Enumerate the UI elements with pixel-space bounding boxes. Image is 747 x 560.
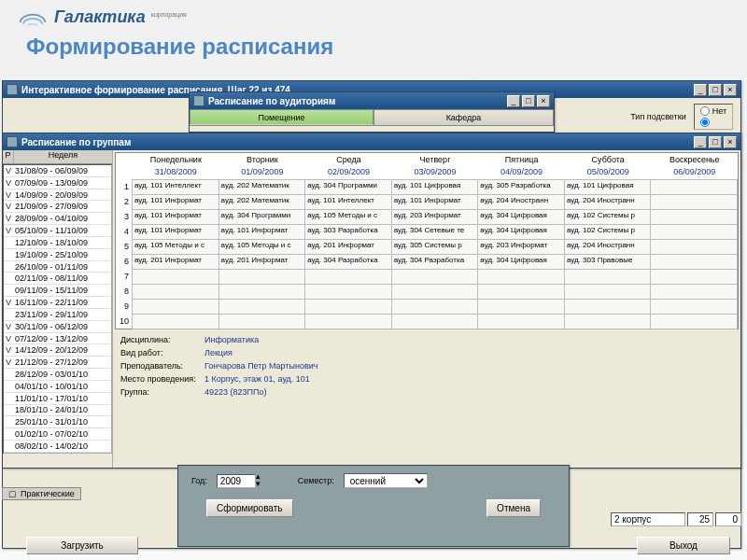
- grid-cell[interactable]: [218, 299, 306, 315]
- maximize-button[interactable]: □: [522, 95, 535, 107]
- grid-cell[interactable]: [304, 314, 392, 329]
- week-row[interactable]: 01/02/10 - 07/02/10: [4, 428, 111, 441]
- grid-cell[interactable]: ауд. 204 Иностранн: [477, 194, 565, 210]
- grid-cell[interactable]: ауд. 304 Сетевые те: [391, 224, 479, 240]
- week-row[interactable]: 11/01/10 - 17/01/10: [4, 393, 111, 405]
- grid-cell[interactable]: [477, 299, 565, 315]
- grid-cell[interactable]: [304, 269, 392, 285]
- grid-cell[interactable]: ауд. 102 Системы р: [564, 224, 652, 240]
- week-row[interactable]: 12/10/09 - 18/10/09: [4, 237, 111, 249]
- week-row[interactable]: V14/09/09 - 20/09/09: [4, 189, 111, 202]
- exit-button[interactable]: Выход: [637, 537, 730, 554]
- grid-cell[interactable]: ауд. 101 Информат: [391, 194, 479, 210]
- cancel-button[interactable]: Отмена: [486, 499, 541, 517]
- grid-cell[interactable]: [650, 239, 738, 255]
- grid-cell[interactable]: [650, 224, 738, 240]
- grid-cell[interactable]: [304, 284, 392, 300]
- grid-cell[interactable]: [218, 284, 306, 300]
- grid-cell[interactable]: ауд. 203 Информат: [391, 209, 479, 225]
- grid-cell[interactable]: [564, 299, 652, 315]
- grid-cell[interactable]: ауд. 101 Информат: [132, 209, 219, 225]
- grid-cell[interactable]: ауд. 101 Информат: [132, 194, 219, 210]
- grid-cell[interactable]: [391, 269, 479, 285]
- grid-cell[interactable]: ауд. 101 Информат: [218, 224, 306, 240]
- num2-field[interactable]: 0: [715, 512, 741, 526]
- grid-cell[interactable]: [391, 299, 479, 315]
- week-row[interactable]: 23/11/09 - 29/11/09: [4, 309, 111, 321]
- tab-room[interactable]: Помещение: [190, 109, 374, 124]
- grid-cell[interactable]: [650, 284, 738, 300]
- grid-cell[interactable]: ауд. 101 Интеллект: [304, 194, 392, 210]
- grid-cell[interactable]: ауд. 201 Информат: [218, 254, 306, 270]
- week-row[interactable]: 25/01/10 - 31/01/10: [4, 416, 111, 428]
- week-row[interactable]: 09/11/09 - 15/11/09: [4, 285, 111, 297]
- minimize-button[interactable]: _: [694, 136, 707, 148]
- week-row[interactable]: V28/09/09 - 04/10/09: [4, 213, 111, 225]
- week-row[interactable]: V14/12/09 - 20/12/09: [4, 344, 111, 357]
- week-row[interactable]: V31/08/09 - 06/09/09: [4, 165, 111, 177]
- grid-cell[interactable]: [650, 254, 738, 270]
- grid-cell[interactable]: ауд. 304 Цифровая: [477, 209, 565, 225]
- grid-cell[interactable]: [391, 314, 479, 329]
- week-row[interactable]: 02/11/09 - 08/11/09: [4, 273, 111, 285]
- building-field[interactable]: 2 корпус: [611, 512, 685, 526]
- maximize-button[interactable]: □: [709, 84, 722, 96]
- grid-cell[interactable]: [650, 194, 738, 210]
- grid-cell[interactable]: ауд. 101 Интеллект: [132, 179, 219, 195]
- grid-cell[interactable]: ауд. 203 Информат: [477, 239, 565, 255]
- num1-field[interactable]: 25: [687, 512, 713, 526]
- grid-cell[interactable]: ауд. 105 Методы и с: [304, 209, 392, 225]
- grid-cell[interactable]: ауд. 101 Информат: [132, 224, 219, 240]
- grid-cell[interactable]: ауд. 304 Цифровая: [477, 224, 565, 240]
- grid-cell[interactable]: ауд. 304 Разработка: [304, 254, 392, 270]
- grid-cell[interactable]: ауд. 304 Программи: [218, 209, 306, 225]
- grid-cell[interactable]: ауд. 304 Цифровая: [477, 254, 565, 270]
- grid-cell[interactable]: [650, 269, 738, 285]
- week-row[interactable]: 08/02/10 - 14/02/10: [4, 441, 111, 453]
- grid-cell[interactable]: ауд. 304 Программи: [304, 179, 392, 195]
- grid-cell[interactable]: [218, 314, 306, 329]
- week-list[interactable]: V31/08/09 - 06/09/09V07/09/09 - 13/09/09…: [3, 164, 112, 454]
- titlebar-groups[interactable]: Расписание по группам _ □ ×: [3, 133, 740, 150]
- week-row[interactable]: 04/01/10 - 10/01/10: [4, 381, 111, 393]
- grid-cell[interactable]: ауд. 305 Системы р: [391, 239, 479, 255]
- grid-cell[interactable]: ауд. 204 Иностранн: [564, 239, 652, 255]
- grid-cell[interactable]: ауд. 102 Системы р: [564, 209, 652, 225]
- week-row[interactable]: 18/01/10 - 24/01/10: [4, 405, 111, 417]
- grid-cell[interactable]: [477, 314, 565, 329]
- grid-cell[interactable]: [477, 284, 565, 300]
- close-button[interactable]: ×: [724, 136, 737, 148]
- grid-cell[interactable]: ауд. 202 Математик: [218, 179, 306, 195]
- grid-cell[interactable]: ауд. 202 Математик: [218, 194, 306, 210]
- week-row[interactable]: 26/10/09 - 01/11/09: [4, 261, 111, 273]
- week-row[interactable]: V05/10/09 - 11/10/09: [4, 225, 111, 237]
- grid-cell[interactable]: [650, 299, 738, 315]
- grid-cell[interactable]: [477, 269, 565, 285]
- grid-cell[interactable]: [650, 314, 738, 329]
- year-input[interactable]: [217, 474, 256, 488]
- minimize-button[interactable]: _: [694, 84, 707, 96]
- grid-cell[interactable]: [650, 179, 738, 195]
- week-row[interactable]: V07/12/09 - 13/12/09: [4, 333, 111, 345]
- maximize-button[interactable]: □: [709, 136, 722, 148]
- radio-no-input[interactable]: [700, 106, 710, 116]
- week-row[interactable]: 28/12/09 - 03/01/10: [4, 369, 111, 381]
- grid-cell[interactable]: ауд. 101 Цифровая: [391, 179, 479, 195]
- week-row[interactable]: V21/12/09 - 27/12/09: [4, 357, 111, 369]
- grid-cell[interactable]: [218, 269, 306, 285]
- grid-cell[interactable]: [304, 299, 392, 315]
- radio-2[interactable]: [700, 118, 726, 127]
- radio-no[interactable]: Нет: [700, 106, 726, 116]
- grid-cell[interactable]: ауд. 204 Иностранн: [564, 194, 652, 210]
- grid-cell[interactable]: [650, 209, 738, 225]
- grid-cell[interactable]: ауд. 304 Разработка: [391, 254, 479, 270]
- grid-cell[interactable]: ауд. 101 Цифровая: [564, 179, 652, 195]
- year-down-icon[interactable]: ▾: [256, 481, 261, 488]
- week-row[interactable]: V07/09/09 - 13/09/09: [4, 177, 111, 189]
- grid-cell[interactable]: ауд. 305 Разработка: [477, 179, 565, 195]
- load-button[interactable]: Загрузить: [26, 537, 138, 554]
- grid-cell[interactable]: [564, 314, 652, 329]
- grid-cell[interactable]: ауд. 303 Разработка: [304, 224, 392, 240]
- grid-cell[interactable]: ауд. 105 Методы и с: [218, 239, 306, 255]
- week-row[interactable]: V16/11/09 - 22/11/09: [4, 297, 111, 309]
